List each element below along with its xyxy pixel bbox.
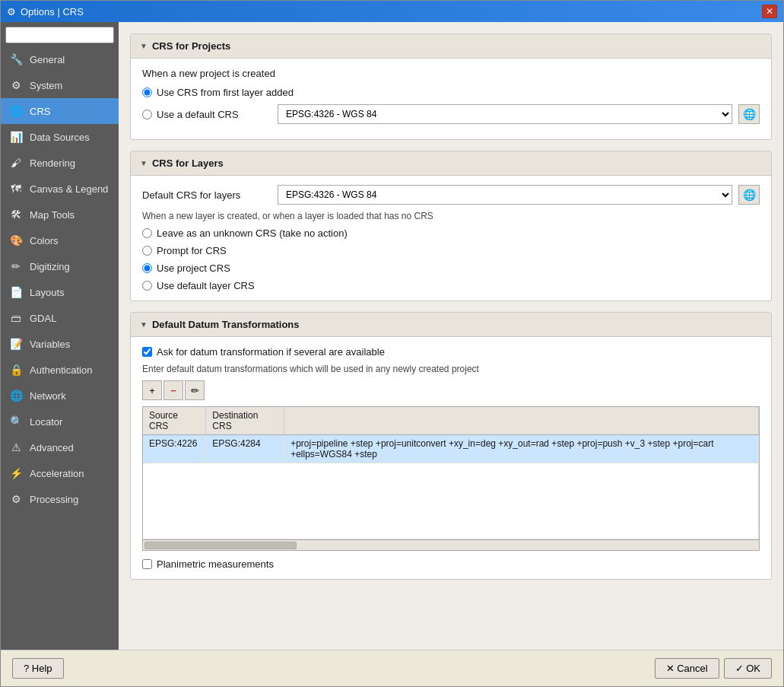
- sidebar-label-system: System: [30, 80, 62, 91]
- main-window: ⚙ Options | CRS ✕ 🔧 General ⚙ System 🌐 C…: [0, 0, 784, 687]
- crs-projects-globe-button[interactable]: 🌐: [738, 104, 760, 124]
- sidebar-item-locator[interactable]: 🔍 Locator: [1, 409, 119, 434]
- scrollbar-thumb[interactable]: [144, 542, 297, 549]
- sidebar-label-digitizing: Digitizing: [30, 261, 70, 272]
- sidebar-item-crs[interactable]: 🌐 CRS: [1, 98, 119, 124]
- table-header-row: Source CRS Destination CRS: [143, 407, 759, 435]
- datum-remove-button[interactable]: −: [163, 380, 183, 400]
- table-empty-cell: [143, 463, 759, 539]
- planimetric-checkbox[interactable]: [142, 559, 152, 569]
- datum-info-text: Enter default datum transformations whic…: [142, 364, 760, 374]
- crs-layers-arrow: ▼: [140, 159, 148, 167]
- sidebar: 🔧 General ⚙ System 🌐 CRS 📊 Data Sources …: [1, 22, 119, 650]
- datum-table-container: Source CRS Destination CRS EPSG:4226 EPS…: [142, 406, 760, 551]
- datum-transformations-body: Ask for datum transformation if several …: [131, 337, 771, 579]
- advanced-icon: ⚠: [8, 440, 24, 455]
- cancel-button[interactable]: ✕ Cancel: [655, 658, 719, 679]
- crs-projects-section: ▼ CRS for Projects When a new project is…: [130, 33, 772, 140]
- table-cell-destination: EPSG:4284: [206, 435, 284, 463]
- crs-layers-radio2-row: Prompt for CRS: [142, 245, 760, 256]
- content-area: ▼ CRS for Projects When a new project is…: [119, 22, 783, 650]
- planimetric-row: Planimetric measurements: [142, 558, 760, 570]
- help-button[interactable]: ? Help: [12, 658, 64, 679]
- sidebar-label-map-tools: Map Tools: [30, 209, 75, 221]
- layouts-icon: 📄: [8, 285, 24, 300]
- table-row[interactable]: EPSG:4226 EPSG:4284 +proj=pipeline +step…: [143, 435, 759, 463]
- sidebar-item-map-tools[interactable]: 🛠 Map Tools: [1, 202, 119, 227]
- datum-transformations-section: ▼ Default Datum Transformations Ask for …: [130, 312, 772, 580]
- crs-layers-info-text: When a new layer is created, or when a l…: [142, 211, 760, 221]
- sidebar-label-variables: Variables: [30, 339, 70, 350]
- crs-layers-radio4-label[interactable]: Use default layer CRS: [142, 280, 255, 291]
- main-container: 🔧 General ⚙ System 🌐 CRS 📊 Data Sources …: [1, 22, 783, 650]
- horizontal-scrollbar[interactable]: [143, 539, 759, 550]
- crs-layers-radio4[interactable]: [142, 281, 152, 291]
- datum-checkbox-label: Ask for datum transformation if several …: [157, 346, 385, 358]
- sidebar-item-general[interactable]: 🔧 General: [1, 46, 119, 72]
- ok-button[interactable]: ✓ OK: [724, 658, 772, 679]
- datum-checkbox[interactable]: [142, 347, 152, 357]
- sidebar-item-acceleration[interactable]: ⚡ Acceleration: [1, 460, 119, 486]
- datum-edit-button[interactable]: ✏: [185, 380, 205, 400]
- datum-table: Source CRS Destination CRS EPSG:4226 EPS…: [143, 407, 759, 539]
- when-new-project-text: When a new project is created: [142, 68, 760, 79]
- crs-layers-radio3-label[interactable]: Use project CRS: [142, 262, 230, 274]
- crs-projects-default-select[interactable]: EPSG:4326 - WGS 84: [278, 104, 732, 124]
- gdal-icon: 🗃: [8, 310, 24, 326]
- close-button[interactable]: ✕: [762, 5, 777, 18]
- crs-projects-body: When a new project is created Use CRS fr…: [131, 59, 771, 139]
- datum-add-button[interactable]: +: [142, 380, 162, 400]
- sidebar-item-advanced[interactable]: ⚠ Advanced: [1, 434, 119, 460]
- datum-title: Default Datum Transformations: [152, 319, 300, 330]
- general-icon: 🔧: [8, 52, 24, 67]
- sidebar-label-general: General: [30, 54, 65, 65]
- crs-projects-radio1-text: Use CRS from first layer added: [157, 87, 294, 98]
- crs-layers-body: Default CRS for layers EPSG:4326 - WGS 8…: [131, 176, 771, 301]
- crs-layers-radio1-row: Leave as an unknown CRS (take no action): [142, 227, 760, 239]
- crs-layers-radio2[interactable]: [142, 246, 152, 256]
- sidebar-item-colors[interactable]: 🎨 Colors: [1, 227, 119, 253]
- title-bar: ⚙ Options | CRS ✕: [1, 1, 783, 22]
- sidebar-item-variables[interactable]: 📝 Variables: [1, 331, 119, 357]
- sidebar-item-digitizing[interactable]: ✏ Digitizing: [1, 253, 119, 279]
- sidebar-label-layouts: Layouts: [30, 287, 65, 298]
- sidebar-item-rendering[interactable]: 🖌 Rendering: [1, 150, 119, 176]
- crs-layers-radio1-label[interactable]: Leave as an unknown CRS (take no action): [142, 227, 348, 239]
- crs-layers-default-select[interactable]: EPSG:4326 - WGS 84: [278, 185, 732, 205]
- crs-layers-radio3-row: Use project CRS: [142, 262, 760, 274]
- crs-projects-arrow: ▼: [140, 42, 148, 50]
- sidebar-label-data-sources: Data Sources: [30, 132, 90, 143]
- crs-layers-radio3[interactable]: [142, 263, 152, 273]
- rendering-icon: 🖌: [8, 155, 24, 170]
- sidebar-item-data-sources[interactable]: 📊 Data Sources: [1, 124, 119, 150]
- crs-projects-radio2[interactable]: [142, 110, 152, 119]
- crs-layers-radio2-label[interactable]: Prompt for CRS: [142, 245, 227, 256]
- sidebar-item-authentication[interactable]: 🔒 Authentication: [1, 357, 119, 383]
- crs-projects-radio1-row: Use CRS from first layer added: [142, 87, 760, 98]
- planimetric-label: Planimetric measurements: [157, 558, 274, 570]
- table-header-pipeline: [284, 407, 759, 435]
- sidebar-item-network[interactable]: 🌐 Network: [1, 383, 119, 409]
- search-input[interactable]: [5, 27, 114, 43]
- sidebar-item-system[interactable]: ⚙ System: [1, 72, 119, 98]
- sidebar-item-layouts[interactable]: 📄 Layouts: [1, 279, 119, 305]
- crs-projects-radio1[interactable]: [142, 87, 152, 97]
- table-header-destination: Destination CRS: [206, 407, 284, 435]
- table-cell-pipeline: +proj=pipeline +step +proj=unitconvert +…: [284, 435, 759, 463]
- sidebar-label-gdal: GDAL: [30, 313, 56, 324]
- crs-layers-globe-button[interactable]: 🌐: [738, 185, 760, 205]
- sidebar-label-crs: CRS: [30, 106, 50, 117]
- crs-layers-radio1-text: Leave as an unknown CRS (take no action): [157, 227, 348, 239]
- crs-projects-radio2-label[interactable]: Use a default CRS: [142, 109, 271, 120]
- crs-layers-radio1[interactable]: [142, 228, 152, 238]
- processing-icon: ⚙: [8, 491, 24, 507]
- datum-arrow: ▼: [140, 320, 148, 329]
- sidebar-item-canvas-legend[interactable]: 🗺 Canvas & Legend: [1, 176, 119, 202]
- colors-icon: 🎨: [8, 233, 24, 248]
- datum-toolbar: + − ✏: [142, 380, 760, 400]
- title-bar-icon: ⚙: [7, 6, 16, 17]
- crs-projects-radio1-label[interactable]: Use CRS from first layer added: [142, 87, 294, 98]
- sidebar-item-gdal[interactable]: 🗃 GDAL: [1, 305, 119, 331]
- sidebar-item-processing[interactable]: ⚙ Processing: [1, 486, 119, 512]
- table-row-empty: [143, 463, 759, 539]
